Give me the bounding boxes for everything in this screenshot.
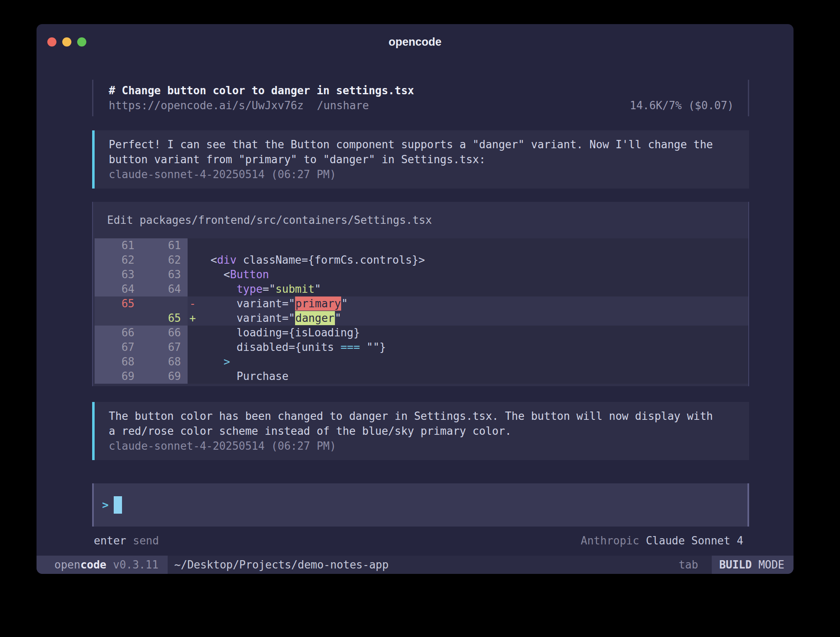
traffic-lights [47, 24, 86, 60]
send-hint: entersend [94, 533, 159, 548]
diff-row-context: 6969 Purchase [95, 369, 748, 384]
window-titlebar: opencode [37, 24, 794, 60]
message-text-line: The button color has been changed to dan… [109, 409, 737, 424]
diff-new-line-number: 69 [141, 369, 188, 384]
diff-row-del: 65- variant="primary" [95, 296, 748, 311]
diff-row-context: 6161 [95, 238, 748, 253]
diff-code-line: variant="primary" [198, 296, 348, 311]
hint-row: entersend AnthropicClaude Sonnet 4 [92, 533, 749, 548]
token-usage: 14.6K/7% ($0.07) [630, 98, 734, 113]
build-mode-badge: BUILDMODE [712, 556, 794, 574]
diff-new-line-number: 68 [141, 355, 188, 369]
diff-new-line-number: 62 [141, 253, 188, 267]
diff-row-context: 6262 <div className={formCs.controls}> [95, 253, 748, 267]
prompt-input[interactable]: > [92, 483, 749, 527]
diff-code-line: <div className={formCs.controls}> [198, 253, 425, 267]
diff-change-marker: + [188, 311, 198, 326]
hint-action: send [133, 534, 159, 547]
session-title: # Change button color to danger in setti… [109, 83, 734, 98]
diff-change-marker: - [188, 296, 198, 311]
diff-code-line: > [198, 355, 230, 369]
desktop-background: opencode # Change button color to danger… [0, 0, 840, 637]
mode-build-label: BUILD [719, 559, 752, 571]
diff-old-line-number: 62 [95, 253, 141, 267]
diff-new-line-number: 63 [141, 267, 188, 282]
diff-old-line-number [95, 311, 141, 326]
diff-old-line-number: 68 [95, 355, 141, 369]
tab-key-hint: tab [679, 559, 698, 571]
session-share-row: https://opencode.ai/s/UwJxv76z /unshare … [109, 98, 734, 113]
window-title: opencode [37, 36, 794, 49]
unshare-command[interactable]: /unshare [317, 98, 369, 113]
diff-change-marker [188, 340, 198, 355]
diff-code-line: Purchase [198, 369, 288, 384]
prompt-symbol: > [102, 499, 109, 511]
message-text-line: button variant from "primary" to "danger… [109, 152, 737, 167]
model-name: Claude Sonnet 4 [646, 534, 743, 547]
app-name-code: code [81, 559, 107, 571]
mode-label: MODE [758, 559, 784, 571]
provider-name: Anthropic [581, 534, 639, 547]
diff-code-line: loading={isLoading} [198, 326, 360, 340]
app-name-open: open [54, 559, 81, 571]
diff-old-line-number: 65 [95, 296, 141, 311]
diff-new-line-number: 66 [141, 326, 188, 340]
diff-code-line: variant="danger" [198, 311, 341, 326]
diff-new-line-number: 61 [141, 238, 188, 253]
maximize-button[interactable] [77, 37, 86, 47]
diff-change-marker [188, 282, 198, 296]
hint-key: enter [94, 534, 126, 547]
diff-new-line-number: 65 [141, 311, 188, 326]
diff-new-line-number: 67 [141, 340, 188, 355]
session-content: # Change button color to danger in setti… [37, 60, 794, 556]
text-cursor [114, 496, 122, 514]
diff-view: 61616262 <div className={formCs.controls… [93, 238, 748, 384]
edit-tool-title: Edit packages/frontend/src/containers/Se… [93, 213, 748, 228]
diff-row-context: 6464 type="submit" [95, 282, 748, 296]
status-bar: opencodev0.3.11 ~/Desktop/Projects/demo-… [37, 556, 794, 574]
diff-row-add: 65+ variant="danger" [95, 311, 748, 326]
diff-new-line-number [141, 296, 188, 311]
diff-old-line-number: 69 [95, 369, 141, 384]
model-timestamp: claude-sonnet-4-20250514 (06:27 PM) [109, 439, 737, 453]
diff-code-line: type="submit" [198, 282, 321, 296]
diff-row-context: 6363 <Button [95, 267, 748, 282]
app-version-tile: opencodev0.3.11 [37, 556, 168, 574]
diff-code-line: disabled={units === ""} [198, 340, 386, 355]
model-timestamp: claude-sonnet-4-20250514 (06:27 PM) [109, 167, 737, 182]
minimize-button[interactable] [62, 37, 71, 47]
diff-change-marker [188, 267, 198, 282]
diff-change-marker [188, 253, 198, 267]
diff-row-context: 6666 loading={isLoading} [95, 326, 748, 340]
working-directory: ~/Desktop/Projects/demo-notes-app [174, 559, 389, 571]
diff-change-marker [188, 369, 198, 384]
assistant-message: The button color has been changed to dan… [92, 402, 749, 460]
edit-tool-card: Edit packages/frontend/src/containers/Se… [92, 202, 749, 386]
message-text-line: a red/rose color scheme instead of the b… [109, 424, 737, 439]
diff-change-marker [188, 238, 198, 253]
diff-old-line-number: 61 [95, 238, 141, 253]
diff-old-line-number: 63 [95, 267, 141, 282]
diff-old-line-number: 67 [95, 340, 141, 355]
opencode-window: opencode # Change button color to danger… [37, 24, 794, 574]
diff-new-line-number: 64 [141, 282, 188, 296]
diff-old-line-number: 66 [95, 326, 141, 340]
assistant-message: Perfect! I can see that the Button compo… [92, 130, 749, 189]
diff-row-context: 6868 > [95, 355, 748, 369]
message-text-line: Perfect! I can see that the Button compo… [109, 137, 737, 152]
diff-old-line-number: 64 [95, 282, 141, 296]
diff-row-context: 6767 disabled={units === ""} [95, 340, 748, 355]
session-header: # Change button color to danger in setti… [92, 80, 749, 116]
diff-change-marker [188, 355, 198, 369]
app-version: v0.3.11 [113, 559, 159, 571]
share-url: https://opencode.ai/s/UwJxv76z [109, 98, 304, 113]
diff-code-line: <Button [198, 267, 269, 282]
close-button[interactable] [47, 37, 56, 47]
diff-change-marker [188, 326, 198, 340]
model-indicator: AnthropicClaude Sonnet 4 [581, 533, 743, 548]
